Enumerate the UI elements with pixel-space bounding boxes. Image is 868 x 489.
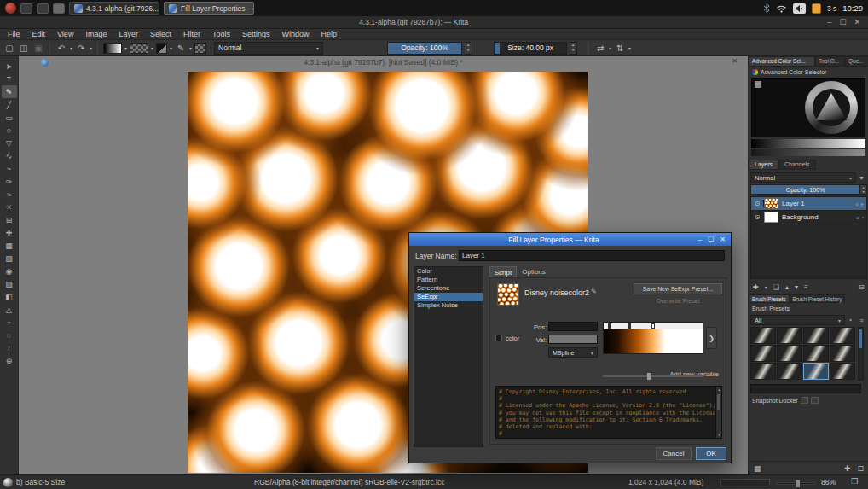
preset-grid-scrollbar[interactable] bbox=[858, 327, 864, 381]
visibility-icon[interactable]: ⊙ bbox=[751, 200, 764, 207]
tool-rect-select[interactable]: ▫ bbox=[2, 316, 17, 329]
tool-color-sampler[interactable]: ◉ bbox=[2, 265, 17, 277]
tool-move[interactable]: ✚ bbox=[2, 226, 17, 239]
subwindow-close-icon[interactable]: ✕ bbox=[732, 57, 738, 65]
alpha-badge-icon[interactable]: α bbox=[856, 201, 859, 207]
menu-view[interactable]: View bbox=[51, 30, 79, 38]
ramp-gradient[interactable] bbox=[604, 329, 703, 353]
brush-preset-thumbnail[interactable] bbox=[830, 363, 855, 380]
close-icon[interactable]: ✕ bbox=[720, 236, 726, 243]
menu-filter[interactable]: Filter bbox=[177, 30, 206, 38]
mirror-horizontal-icon[interactable]: ⇄ bbox=[594, 42, 606, 54]
undo-icon[interactable]: ↶ bbox=[55, 42, 67, 54]
tool-ellipse[interactable]: ○ bbox=[2, 124, 17, 137]
maximize-icon[interactable]: ☐ bbox=[708, 236, 714, 243]
brush-preset-chooser-icon[interactable] bbox=[194, 43, 206, 54]
dialog-titlebar[interactable]: Fill Layer Properties — Krita – ☐ ✕ bbox=[409, 233, 731, 246]
zoom-level[interactable]: 86% bbox=[821, 478, 836, 486]
visibility-icon[interactable]: ⊙ bbox=[751, 213, 764, 221]
ramp-marker[interactable] bbox=[608, 323, 611, 329]
brush-preset-thumbnail[interactable] bbox=[803, 345, 829, 362]
tool-transform[interactable]: ⊞ bbox=[2, 213, 17, 226]
generator-pattern[interactable]: Pattern bbox=[414, 276, 483, 284]
alpha-badge-icon[interactable]: α bbox=[856, 215, 859, 220]
menu-tools[interactable]: Tools bbox=[206, 30, 236, 38]
brush-editor-icon[interactable]: ✎ bbox=[175, 42, 187, 54]
layer-opacity-spinner[interactable]: ▴▾ bbox=[860, 184, 867, 195]
mirror-vertical-icon[interactable]: ⇅ bbox=[614, 42, 626, 54]
ramp-marker[interactable] bbox=[628, 323, 631, 329]
tool-bezier-curve[interactable]: ~ bbox=[2, 162, 17, 175]
minimize-icon[interactable]: – bbox=[827, 18, 831, 26]
generator-simplex-noise[interactable]: Simplex Noise bbox=[414, 301, 483, 310]
chevron-down-icon[interactable]: ▾ bbox=[609, 45, 611, 51]
layer-opacity-slider[interactable]: Opacity: 100% bbox=[750, 184, 860, 195]
chevron-down-icon[interactable]: ▾ bbox=[170, 45, 172, 51]
brush-preset-thumbnail-selected[interactable] bbox=[803, 363, 829, 380]
wifi-icon[interactable] bbox=[776, 4, 787, 13]
clock[interactable]: 10:29 bbox=[842, 3, 863, 13]
chevron-down-icon[interactable]: ▾ bbox=[90, 45, 92, 51]
blend-mode-dropdown[interactable]: Normal ▾ bbox=[214, 42, 323, 55]
preset-tag-dropdown[interactable]: All ▾ bbox=[750, 315, 845, 325]
chevron-down-icon[interactable]: ▾ bbox=[70, 45, 72, 51]
snapshot-create-icon[interactable] bbox=[801, 397, 808, 404]
brush-preset-thumbnail[interactable] bbox=[803, 327, 829, 344]
display-mode-icon[interactable]: ≡ bbox=[856, 315, 867, 325]
size-spinner[interactable]: ▴▾ bbox=[570, 42, 577, 55]
tool-dynamic-brush[interactable]: ≈ bbox=[2, 188, 17, 201]
tag-icon[interactable]: ⬩ bbox=[845, 315, 856, 325]
volume-icon[interactable] bbox=[793, 3, 806, 14]
current-color-swatch[interactable] bbox=[755, 81, 761, 88]
tool-text[interactable]: T bbox=[2, 73, 17, 85]
menu-settings[interactable]: Settings bbox=[236, 30, 276, 38]
slider-handle[interactable] bbox=[647, 373, 651, 380]
menu-image[interactable]: Image bbox=[79, 30, 113, 38]
tab-script[interactable]: Script bbox=[489, 266, 517, 277]
generator-screentone[interactable]: Screentone bbox=[414, 284, 483, 293]
tab-tool-options[interactable]: Tool O... bbox=[815, 56, 845, 67]
lock-icon[interactable]: ▪ bbox=[862, 215, 864, 220]
brush-preset-thumbnail[interactable] bbox=[830, 327, 855, 344]
brush-preset-sphere-icon[interactable] bbox=[3, 478, 13, 487]
menu-file[interactable]: File bbox=[2, 30, 26, 38]
gradient-ramp[interactable] bbox=[603, 322, 703, 354]
bluetooth-icon[interactable] bbox=[763, 3, 770, 13]
brush-preset-thumbnail[interactable] bbox=[750, 363, 776, 380]
chevron-down-icon[interactable]: ▾ bbox=[765, 284, 767, 290]
tab-layers[interactable]: Layers bbox=[749, 160, 778, 170]
tool-line[interactable]: ╱ bbox=[2, 98, 17, 111]
menu-help[interactable]: Help bbox=[315, 30, 344, 38]
menu-layer[interactable]: Layer bbox=[113, 30, 144, 38]
remove-snapshot-icon[interactable]: ⊟ bbox=[857, 464, 864, 473]
gradient-chooser-button[interactable] bbox=[103, 43, 122, 54]
tool-multibrush[interactable]: ✳ bbox=[2, 201, 17, 213]
shade-selector[interactable] bbox=[751, 139, 865, 148]
add-layer-icon[interactable]: ✚ bbox=[753, 283, 759, 291]
tab-brush-presets[interactable]: Brush Presets bbox=[749, 294, 790, 303]
brush-preset-thumbnail[interactable] bbox=[750, 327, 776, 344]
brush-preset-thumbnail[interactable] bbox=[830, 345, 855, 362]
opacity-slider[interactable]: Opacity: 100% bbox=[387, 42, 462, 55]
menu-select[interactable]: Select bbox=[144, 30, 177, 38]
layer-blend-mode-dropdown[interactable]: Normal ▾ bbox=[750, 172, 856, 183]
menu-edit[interactable]: Edit bbox=[26, 30, 52, 38]
fg-bg-color-button[interactable] bbox=[156, 43, 167, 54]
opacity-spinner[interactable]: ▴▾ bbox=[465, 42, 472, 55]
tray-files-icon[interactable] bbox=[37, 3, 49, 14]
move-layer-down-icon[interactable]: ▾ bbox=[795, 283, 798, 291]
ramp-marker-selected[interactable] bbox=[651, 323, 655, 329]
layer-row-background[interactable]: ⊙ Background α ▪ bbox=[751, 211, 866, 224]
tab-overview[interactable]: Que... bbox=[845, 56, 868, 67]
brush-preset-thumbnail[interactable] bbox=[777, 363, 802, 380]
layer-filter-icon[interactable]: ▼ bbox=[856, 172, 867, 183]
layer-row-layer1[interactable]: ⊙ Layer 1 α ▸ bbox=[751, 197, 866, 211]
tab-options[interactable]: Options bbox=[517, 266, 551, 277]
tab-advanced-color-selector[interactable]: Advanced Color Sel... bbox=[749, 56, 815, 67]
tool-gradient[interactable]: ▧ bbox=[2, 252, 17, 265]
add-snapshot-icon[interactable]: ✚ bbox=[844, 464, 851, 473]
pos-input[interactable] bbox=[548, 322, 598, 331]
tool-pattern-edit[interactable]: ▨ bbox=[2, 277, 17, 290]
grid-view-icon[interactable]: ▦ bbox=[754, 464, 761, 473]
brush-preset-thumbnail[interactable] bbox=[777, 345, 802, 362]
